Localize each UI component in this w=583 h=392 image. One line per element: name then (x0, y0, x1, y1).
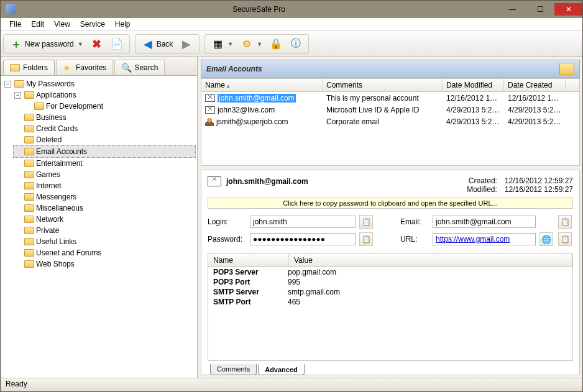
tree-item[interactable]: −Applications (13, 89, 196, 101)
row-name: jsmith@superjob.com (216, 117, 288, 126)
property-row[interactable]: POP3 Serverpop.gmail.com (208, 267, 572, 277)
url-link[interactable]: https://www.gmail.com (436, 235, 510, 244)
folder-icon (24, 193, 34, 201)
tree-root[interactable]: −My Passwords (3, 78, 196, 89)
section-title: Email Accounts (206, 65, 262, 73)
copy-login-button[interactable]: 📋 (359, 215, 373, 229)
dropdown-icon[interactable]: ▼ (78, 41, 83, 47)
menu-file[interactable]: File (4, 19, 26, 30)
tree-item[interactable]: Useful Links (13, 236, 196, 247)
prop-col-value[interactable]: Value (289, 254, 572, 267)
col-name[interactable]: Name ▴ (201, 79, 323, 91)
tree-item[interactable]: Usenet and Forums (13, 247, 196, 258)
person-icon (205, 117, 214, 126)
section-header: Email Accounts (201, 60, 580, 78)
dropdown-icon[interactable]: ▼ (227, 41, 233, 47)
menu-view[interactable]: View (49, 19, 75, 30)
mail-icon (208, 176, 221, 186)
collapse-icon[interactable]: − (14, 92, 21, 99)
email-label: Email: (400, 217, 429, 226)
folder-icon (34, 103, 44, 110)
menubar: File Edit View Service Help (1, 18, 582, 31)
prop-col-name[interactable]: Name (208, 254, 289, 267)
detail-pane: john.smith@gmail.com Created:12/16/2012 … (201, 170, 580, 375)
modified-value: 12/16/2012 12:59:27 (505, 185, 573, 194)
open-url-button[interactable]: 🌐 (539, 232, 553, 246)
folder-icon[interactable] (559, 63, 574, 75)
tree-item[interactable]: Private (13, 225, 196, 236)
list-row[interactable]: jsmith@superjob.comCorporate email4/29/2… (201, 116, 579, 127)
tab-advanced[interactable]: Advanced (258, 364, 305, 375)
delete-button[interactable]: ✖ (88, 37, 106, 52)
tree-item[interactable]: Business (13, 112, 196, 123)
lock-button[interactable]: 🔒 (267, 37, 285, 52)
tab-search[interactable]: 🔍Search (114, 60, 165, 75)
col-created[interactable]: Date Created (504, 79, 566, 91)
tree-root-label: My Passwords (26, 78, 75, 89)
row-modified: 4/29/2013 5:26:... (443, 105, 504, 115)
folder-icon (14, 80, 24, 88)
property-row[interactable]: SMTP Port465 (208, 297, 572, 307)
copy-url-button[interactable]: 📋 (558, 232, 572, 246)
tab-favorites[interactable]: ★Favorites (56, 60, 113, 75)
list-row[interactable]: john.smith@gmail.comThis is my personal … (201, 92, 579, 104)
app-window: SecureSafe Pro — ☐ ✕ File Edit View Serv… (0, 0, 583, 392)
tree-item[interactable]: For Development (23, 101, 196, 112)
folder-icon (24, 114, 34, 121)
collapse-icon[interactable]: − (4, 81, 11, 88)
col-modified[interactable]: Date Modified (443, 79, 504, 91)
folder-icon (24, 260, 34, 268)
col-comments[interactable]: Comments (323, 79, 443, 91)
tree-item[interactable]: Network (13, 214, 196, 225)
login-field[interactable] (250, 216, 356, 228)
folder-tree[interactable]: −My Passwords −ApplicationsFor Developme… (1, 76, 197, 378)
url-field[interactable]: https://www.gmail.com (433, 233, 536, 245)
tree-item-label: Internet (36, 180, 62, 191)
view-mode-button[interactable]: ▦▼ (209, 37, 236, 52)
tab-comments[interactable]: Comments (210, 364, 257, 375)
password-field[interactable] (250, 233, 356, 245)
tree-item-label: Useful Links (36, 236, 76, 247)
tree-item[interactable]: Credit Cards (13, 123, 196, 134)
export-button[interactable]: 📄 (108, 37, 126, 52)
titlebar[interactable]: SecureSafe Pro — ☐ ✕ (1, 1, 582, 18)
property-name: POP3 Port (213, 278, 288, 286)
minimize-button[interactable]: — (498, 3, 526, 16)
property-row[interactable]: SMTP Serversmtp.gmail.com (208, 287, 572, 297)
tree-item[interactable]: Web Shops (13, 258, 196, 270)
menu-edit[interactable]: Edit (26, 19, 49, 30)
tree-item[interactable]: Deleted (13, 134, 196, 145)
property-row[interactable]: POP3 Port995 (208, 277, 572, 287)
tab-folders[interactable]: Folders (3, 60, 55, 75)
property-value: 465 (288, 298, 300, 306)
tree-item[interactable]: Email Accounts (13, 145, 196, 158)
forward-button[interactable]: ▶ (178, 37, 195, 52)
tree-item[interactable]: Miscellaneous (13, 203, 196, 214)
copy-hint[interactable]: Click here to copy password to clipboard… (208, 198, 573, 209)
tree-item[interactable]: Games (13, 169, 196, 180)
row-name: john32@live.com (218, 106, 275, 114)
new-password-button[interactable]: ＋ New password ▼ (7, 37, 86, 52)
created-label: Created: (460, 176, 497, 185)
tree-item[interactable]: Entertainment (13, 158, 196, 169)
email-field[interactable] (433, 216, 536, 228)
copy-password-button[interactable]: 📋 (359, 232, 373, 246)
copy-email-button[interactable]: 📋 (558, 215, 572, 229)
menu-service[interactable]: Service (75, 19, 110, 30)
toolbar: ＋ New password ▼ ✖ 📄 ◀Back ▶ ▦▼ ⚙▼ 🔒 ⓘ (1, 31, 582, 57)
close-button[interactable]: ✕ (554, 3, 582, 16)
folder-icon (24, 216, 34, 223)
maximize-button[interactable]: ☐ (526, 3, 554, 16)
login-label: Login: (208, 217, 246, 226)
lock-icon: 🔒 (270, 38, 282, 50)
tree-item[interactable]: Messengers (13, 191, 196, 203)
info-button[interactable]: ⓘ (287, 37, 305, 52)
folder-icon (24, 125, 34, 132)
settings-button[interactable]: ⚙▼ (238, 37, 265, 52)
back-button[interactable]: ◀Back (139, 37, 176, 52)
list-row[interactable]: john32@live.comMicrosoft Live ID & Apple… (201, 104, 579, 116)
menu-help[interactable]: Help (110, 19, 135, 30)
dropdown-icon[interactable]: ▼ (257, 41, 262, 47)
gear-icon: ⚙ (241, 38, 253, 50)
tree-item[interactable]: Internet (13, 180, 196, 191)
